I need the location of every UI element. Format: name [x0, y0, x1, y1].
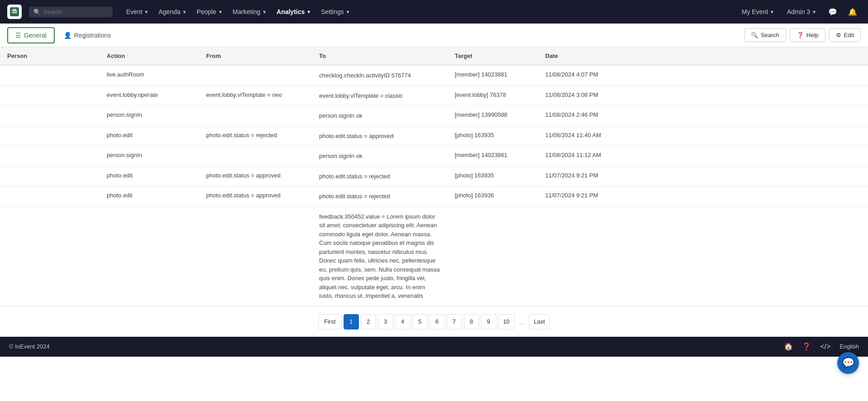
tab-registrations-label: Registrations: [74, 32, 111, 39]
cell-from: [199, 106, 312, 126]
cell-to: checklog.checkIn.activityID 576774: [312, 65, 448, 86]
page-btn-5[interactable]: 5: [412, 314, 428, 329]
cell-to: photo.edit.status = rejected: [312, 186, 448, 207]
cell-action: live.authRoom: [99, 65, 199, 86]
nav-item-analytics[interactable]: Analytics ▼: [272, 5, 316, 18]
table-row: feedback.350452.value = Lorem ipsum dolo…: [0, 206, 868, 306]
sub-nav: ☰ General 👤 Registrations 🔍 Search ❓ Hel…: [0, 24, 868, 47]
nav-item-event[interactable]: Event ▼: [122, 5, 153, 18]
nav-search-box[interactable]: 🔍: [29, 7, 113, 17]
pagination-bar: First12345678910...Last: [0, 306, 868, 337]
cell-from: [199, 146, 312, 167]
help-button[interactable]: ❓ Help: [790, 28, 826, 42]
cell-target: [member] 14023861: [448, 146, 538, 167]
nav-item-people[interactable]: People ▼: [192, 5, 227, 18]
cell-from: photo.edit.status = rejected: [199, 126, 312, 146]
page-btn-8[interactable]: 8: [464, 314, 479, 329]
page-btn-2[interactable]: 2: [361, 314, 376, 329]
help-icon: ❓: [797, 32, 804, 38]
chevron-down-icon: ▼: [346, 10, 350, 14]
activity-table: Person Action ↕ From To Target: [0, 47, 868, 306]
cell-action: event.lobby.operate: [99, 86, 199, 106]
cell-target: [member] 13990588: [448, 106, 538, 126]
question-icon[interactable]: ❓: [802, 342, 811, 351]
cell-to: feedback.350452.value = Lorem ipsum dolo…: [312, 206, 448, 306]
cell-from: photo.edit.status = approved: [199, 186, 312, 207]
search-button[interactable]: 🔍 Search: [744, 28, 786, 42]
cell-target: [photo] 163935: [448, 126, 538, 146]
page-btn-1[interactable]: 1: [344, 314, 359, 329]
col-action[interactable]: Action ↕: [99, 47, 199, 65]
page-first-button[interactable]: First: [318, 314, 342, 329]
cell-date: 11/07/2024 9:21 PM: [538, 186, 868, 207]
col-from: From: [199, 47, 312, 65]
table-row: event.lobby.operateevent.lobby.vlTemplat…: [0, 86, 868, 106]
nav-item-marketing[interactable]: Marketing ▼: [228, 5, 271, 18]
cell-person: [0, 126, 99, 146]
page-btn-10[interactable]: 10: [498, 314, 514, 329]
search-icon: 🔍: [33, 9, 41, 15]
table-row: photo.editphoto.edit.status = rejectedph…: [0, 126, 868, 146]
admin-dropdown[interactable]: Admin 3 ▼: [783, 5, 821, 18]
tab-general-label: General: [24, 32, 47, 39]
code-icon[interactable]: </>: [820, 343, 830, 351]
home-icon[interactable]: 🏠: [784, 342, 793, 351]
cell-to: event.lobby.vlTemplate = classic: [312, 86, 448, 106]
tab-registrations[interactable]: 👤 Registrations: [57, 28, 118, 43]
cell-date: 11/08/2024 3:08 PM: [538, 86, 868, 106]
cell-action: photo.edit: [99, 166, 199, 186]
footer: © InEvent 2024 🏠 ❓ </> English: [0, 337, 868, 357]
nav-search-input[interactable]: [43, 9, 108, 15]
nav-agenda-label: Agenda: [159, 8, 180, 15]
cell-from: [199, 65, 312, 86]
cell-date: 11/08/2024 11:12 AM: [538, 146, 868, 167]
cell-person: [0, 106, 99, 126]
edit-button[interactable]: ⚙ Edit: [829, 28, 861, 42]
nav-marketing-label: Marketing: [232, 8, 260, 15]
nav-event-label: Event: [126, 8, 142, 15]
cell-person: [0, 186, 99, 207]
chat-icon-btn[interactable]: 💬: [825, 5, 841, 19]
page-btn-4[interactable]: 4: [395, 314, 410, 329]
page-last-button[interactable]: Last: [529, 314, 550, 329]
col-target: Target: [448, 47, 538, 65]
cell-date: 11/07/2024 9:21 PM: [538, 166, 868, 186]
cell-date: [538, 206, 868, 306]
svg-rect-2: [13, 9, 16, 10]
footer-right: 🏠 ❓ </> English: [784, 342, 859, 351]
page-btn-3[interactable]: 3: [378, 314, 393, 329]
sub-nav-tabs: ☰ General 👤 Registrations: [7, 27, 744, 43]
page-btn-9[interactable]: 9: [481, 314, 496, 329]
cell-to: photo.edit.status = rejected: [312, 166, 448, 186]
col-date: Date: [538, 47, 868, 65]
chevron-down-icon: ▼: [182, 10, 187, 14]
svg-rect-0: [12, 10, 17, 11]
nav-item-agenda[interactable]: Agenda ▼: [154, 5, 191, 18]
my-event-dropdown[interactable]: My Event ▼: [737, 5, 778, 18]
top-nav: 🔍 Event ▼ Agenda ▼ People ▼ Marketing ▼ …: [0, 0, 868, 24]
admin-label: Admin 3: [787, 8, 810, 15]
my-event-label: My Event: [741, 8, 768, 15]
page-btn-6[interactable]: 6: [429, 314, 445, 329]
logo[interactable]: [7, 5, 22, 19]
cell-from: event.lobby.vlTemplate = neo: [199, 86, 312, 106]
cell-from: photo.edit.status = approved: [199, 166, 312, 186]
cell-person: [0, 86, 99, 106]
cell-action: photo.edit: [99, 186, 199, 207]
chevron-down-icon: ▼: [144, 10, 149, 14]
nav-item-settings[interactable]: Settings ▼: [316, 5, 355, 18]
cell-target: [member] 14023861: [448, 65, 538, 86]
tab-general[interactable]: ☰ General: [7, 27, 55, 43]
cell-to: photo.edit.status = approved: [312, 126, 448, 146]
page-btn-7[interactable]: 7: [447, 314, 462, 329]
table-container: Person Action ↕ From To Target: [0, 47, 868, 306]
cell-action: [99, 206, 199, 306]
language-label[interactable]: English: [840, 343, 859, 350]
cell-person: [0, 206, 99, 306]
chevron-down-icon: ▼: [770, 10, 774, 14]
bell-icon-btn[interactable]: 🔔: [844, 5, 861, 19]
cell-date: 11/08/2024 4:07 PM: [538, 65, 868, 86]
cell-to: person.signIn ok: [312, 146, 448, 167]
chevron-down-icon: ▼: [262, 10, 267, 14]
table-row: person.signInperson.signIn ok[member] 14…: [0, 146, 868, 167]
